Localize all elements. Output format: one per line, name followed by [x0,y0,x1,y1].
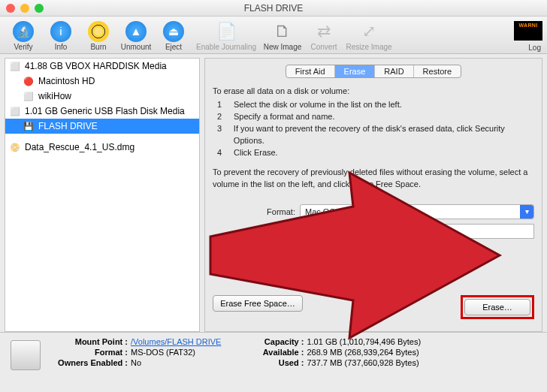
sidebar-item-label: wikiHow [38,91,71,101]
titlebar: FLASH DRIVE [0,0,547,17]
format-select[interactable]: Mac OS Extended (Journaled) ▾ [300,204,534,219]
erase-free-space-button[interactable]: Erase Free Space… [213,295,303,312]
tab-erase[interactable]: Erase [335,65,376,77]
sidebar-item-label: Macintosh HD [38,76,95,86]
burn-button[interactable]: Burn [80,19,117,53]
available-value: 268.9 MB (268,939,264 Bytes) [307,348,419,357]
resize-icon: ⤢ [358,21,379,42]
info-icon: i [50,21,71,42]
mount-point-key: Mount Point : [53,337,128,346]
verify-button[interactable]: 🔬Verify [5,19,42,53]
sidebar-item-label: Data_Rescue_4.1_US.dmg [25,142,134,152]
erase-highlight: Erase… [461,295,534,319]
sidebar-item-label: 1.01 GB Generic USB Flash Disk Media [25,106,185,116]
log-button[interactable]: Log [528,44,541,52]
sidebar-item[interactable]: 💾FLASH DRIVE [5,119,199,134]
journal-icon: 📄 [216,21,237,42]
available-key: Available : [251,348,304,357]
window-title: FLASH DRIVE [244,3,304,14]
instruction-step: 4Click Erase. [217,147,534,159]
unmount-button[interactable]: ▲Unmount [117,19,155,53]
resize-image-button: ⤢Resize Image [343,19,395,53]
microscope-icon: 🔬 [13,21,34,42]
tab-raid[interactable]: RAID [375,65,413,77]
sidebar-item[interactable]: ⬜1.01 GB Generic USB Flash Disk Media [5,104,199,119]
minimize-button[interactable] [20,4,29,13]
drive-icon [11,340,41,370]
traffic-lights [6,4,44,13]
convert-button: ⇄Convert [305,19,343,53]
sidebar-item[interactable]: ⬜wikiHow [5,89,199,104]
hdd-icon: ⬜ [10,61,20,71]
name-input[interactable] [300,224,534,239]
sidebar-item[interactable]: 🔴Macintosh HD [5,74,199,89]
used-value: 737.7 MB (737,660,928 Bytes) [307,358,419,367]
eject-icon: ⏏ [163,21,184,42]
owners-value: No [131,358,141,367]
sidebar-item[interactable]: ⬜41.88 GB VBOX HARDDISK Media [5,59,199,74]
toolbar: 🔬Verify iInfo Burn ▲Unmount ⏏Eject 📄Enab… [0,17,547,54]
sidebar-item-label: 41.88 GB VBOX HARDDISK Media [25,61,167,71]
new-image-icon: 🗋 [272,21,293,42]
unmount-icon: ▲ [125,21,147,42]
close-button[interactable] [6,4,15,13]
mac-icon: 🔴 [23,76,34,86]
format-value-footer: MS-DOS (FAT32) [131,348,195,357]
instruction-step: 3If you want to prevent the recovery of … [217,123,534,147]
sidebar-item-label: FLASH DRIVE [38,121,98,131]
info-button[interactable]: iInfo [42,19,80,53]
hdd-icon: ⬜ [23,91,34,101]
owners-key: Owners Enabled : [53,358,128,367]
format-value: Mac OS Extended (Journaled) [305,207,416,216]
capacity-value: 1.01 GB (1,010,794,496 Bytes) [307,337,421,346]
dropdown-arrow-icon: ▾ [520,205,533,219]
convert-icon: ⇄ [313,21,334,42]
enable-journaling-button: 📄Enable Journaling [192,19,260,53]
used-key: Used : [251,358,304,367]
format-label: Format: [213,207,295,216]
instruction-step: 1Select the disk or volume in the list o… [217,99,534,111]
zoom-button[interactable] [35,4,44,13]
tab-first-aid[interactable]: First Aid [286,65,335,77]
new-image-button[interactable]: 🗋New Image [260,19,305,53]
eject-button[interactable]: ⏏Eject [155,19,192,53]
instructions-intro: To erase all data on a disk or volume: [213,86,534,98]
erase-button[interactable]: Erase… [464,299,530,315]
usb-icon: 💾 [23,121,34,131]
sidebar-item[interactable]: 📀Data_Rescue_4.1_US.dmg [5,140,199,155]
mount-point-value[interactable]: /Volumes/FLASH DRIVE [131,337,221,346]
format-key: Format : [53,348,128,357]
content-pane: First AidEraseRAIDRestore To erase all d… [204,58,542,332]
dmg-icon: 📀 [10,142,20,152]
instructions-note: To prevent the recovery of previously de… [213,167,534,191]
tab-restore[interactable]: Restore [414,65,461,77]
name-label: Name: [213,227,295,236]
device-sidebar: ⬜41.88 GB VBOX HARDDISK Media🔴Macintosh … [5,58,200,332]
tab-bar: First AidEraseRAIDRestore [213,65,534,78]
instruction-step: 2Specify a format and name. [217,111,534,123]
hdd-icon: ⬜ [10,106,20,116]
burn-icon [88,21,109,42]
info-footer: Mount Point :/Volumes/FLASH DRIVE Format… [0,332,547,386]
warning-badge: WARNI [514,21,542,41]
capacity-key: Capacity : [251,337,304,346]
